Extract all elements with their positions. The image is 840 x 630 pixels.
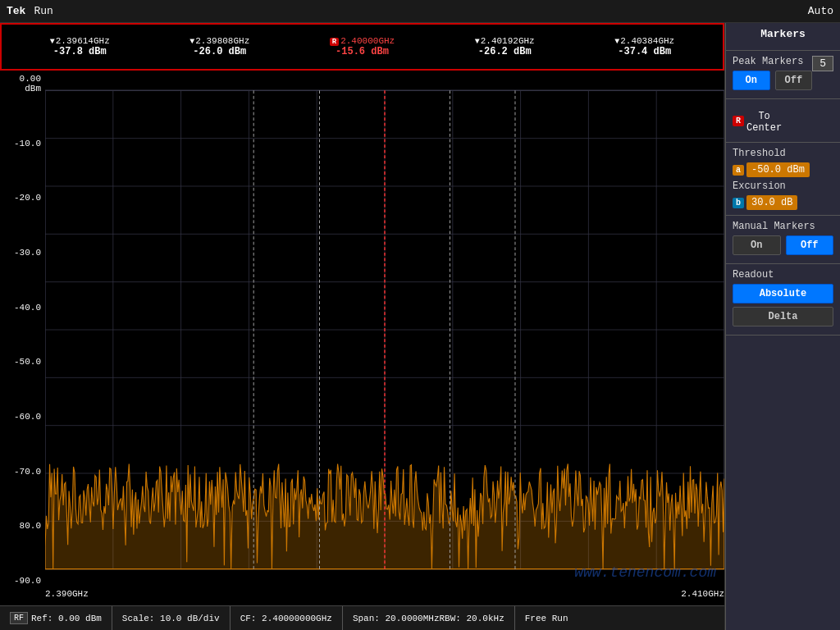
delta-button[interactable]: Delta <box>733 307 833 326</box>
threshold-label: Threshold <box>733 148 833 159</box>
status-bar: RF Ref: 0.00 dBm Scale: 10.0 dB/div CF: … <box>0 605 724 630</box>
marker-item-m5: ▼2.40384GHz-37.4 dBm <box>614 36 674 57</box>
readout-section: Readout Absolute Delta <box>726 264 840 336</box>
free-run-label: Free Run <box>525 614 568 623</box>
y-label: -20.0 <box>0 193 45 203</box>
excursion-value[interactable]: 30.0 dB <box>746 195 797 210</box>
markers-section: Markers <box>726 23 840 51</box>
y-label: -10.0 <box>0 139 45 148</box>
scale-item: Scale: 10.0 dB/div <box>112 606 231 630</box>
threshold-value[interactable]: -50.0 dBm <box>746 162 810 177</box>
r-badge: R <box>733 116 744 126</box>
cf-label: CF: 2.40000000GHz <box>240 614 332 623</box>
rf-badge: RF <box>10 612 28 624</box>
y-label: 0.00 dBm <box>0 74 45 94</box>
absolute-button[interactable]: Absolute <box>733 284 833 304</box>
span-rbw-item: Span: 20.0000MHz RBW: 20.0kHz <box>343 606 515 630</box>
scale-label: Scale: 10.0 dB/div <box>122 614 220 623</box>
y-label: -30.0 <box>0 248 45 258</box>
peak-markers-count: 5 <box>812 56 833 71</box>
main-layout: ▼2.39614GHz-37.8 dBm▼2.39808GHz-26.0 dBm… <box>0 23 840 630</box>
manual-markers-section: Manual Markers On Off <box>726 216 840 264</box>
y-label: 80.0 <box>0 521 45 531</box>
manual-markers-label: Manual Markers <box>733 221 833 232</box>
chart-area: ▼2.39614GHz-37.8 dBm▼2.39808GHz-26.0 dBm… <box>0 23 725 630</box>
y-label: -70.0 <box>0 467 45 477</box>
cf-item: CF: 2.40000000GHz <box>231 606 343 630</box>
to-center-section: R ToCenter <box>726 99 840 143</box>
marker-item-m3: R2.40000GHz-15.6 dBm <box>330 36 395 57</box>
ref-label: Ref: 0.00 dBm <box>31 614 102 623</box>
manual-markers-toggle: On Off <box>733 235 833 255</box>
manual-markers-on-button[interactable]: On <box>733 235 781 255</box>
grid-svg <box>45 71 724 589</box>
marker-item-m4: ▼2.40192GHz-26.2 dBm <box>475 36 535 57</box>
span-label: Span: 20.0000MHz <box>353 614 440 623</box>
marker-readout-bar: ▼2.39614GHz-37.8 dBm▼2.39808GHz-26.0 dBm… <box>0 23 724 71</box>
peak-markers-label: Peak Markers 5 <box>733 56 833 67</box>
y-axis: 0.00 dBm-10.0-20.0-30.0-40.0-50.0-60.0-7… <box>0 71 45 589</box>
threshold-section: Threshold a -50.0 dBm Excursion b 30.0 d… <box>726 143 840 216</box>
excursion-label: Excursion <box>733 180 833 192</box>
x-axis: 2.390GHz 2.410GHz <box>45 589 724 605</box>
peak-markers-toggle: On Off <box>733 71 812 90</box>
mode-item: Free Run <box>515 606 578 630</box>
grid-container <box>45 71 724 589</box>
marker-item-m2: ▼2.39808GHz-26.0 dBm <box>189 36 249 57</box>
top-bar: Tek Run Auto <box>0 0 840 23</box>
manual-markers-off-button[interactable]: Off <box>786 235 834 255</box>
rbw-label: RBW: 20.0kHz <box>440 614 504 623</box>
brand-label: Tek <box>7 5 25 17</box>
y-label: -90.0 <box>0 576 45 586</box>
to-center-label[interactable]: ToCenter <box>746 111 782 134</box>
auto-label: Auto <box>808 5 833 17</box>
y-label: -50.0 <box>0 357 45 367</box>
y-label: -40.0 <box>0 303 45 313</box>
marker-item-m1: ▼2.39614GHz-37.8 dBm <box>50 36 110 57</box>
y-label: -60.0 <box>0 412 45 422</box>
rf-ref-item: RF Ref: 0.00 dBm <box>0 606 112 630</box>
a-badge: a <box>733 165 744 176</box>
markers-title: Markers <box>733 28 833 40</box>
right-panel: Markers Peak Markers 5 On Off R ToCenter… <box>725 23 840 630</box>
mode-label: Run <box>34 5 52 17</box>
peak-markers-off-button[interactable]: Off <box>775 71 813 90</box>
x-end-label: 2.410GHz <box>681 589 724 605</box>
peak-markers-on-button[interactable]: On <box>733 71 770 90</box>
x-start-label: 2.390GHz <box>45 589 89 605</box>
peak-markers-section: Peak Markers 5 On Off <box>726 51 840 99</box>
b-badge: b <box>733 198 744 208</box>
readout-label: Readout <box>733 269 833 281</box>
